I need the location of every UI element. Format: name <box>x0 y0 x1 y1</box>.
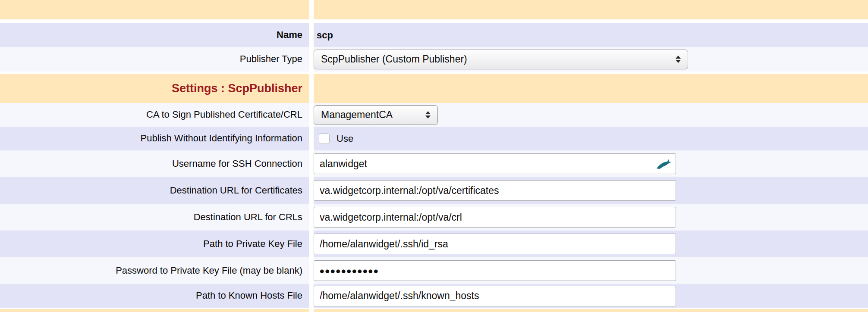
top-band-left <box>0 0 309 19</box>
ca-label: CA to Sign Published Certificate/CRL <box>146 109 302 120</box>
cert-url-row: Destination URL for Certificates <box>0 177 868 204</box>
key-path-row: Path to Private Key File <box>0 231 868 257</box>
dashlane-autofill-icon[interactable] <box>656 158 672 169</box>
column-divider <box>309 309 314 312</box>
column-divider <box>309 150 314 177</box>
ca-selected-value: ManagementCA <box>321 109 393 121</box>
column-divider <box>309 74 314 103</box>
crl-url-label: Destination URL for CRLs <box>194 212 302 223</box>
anonymize-label: Publish Without Identifying Information <box>141 133 302 144</box>
column-divider <box>309 204 314 231</box>
anonymize-checkbox[interactable] <box>319 133 330 144</box>
bottom-band-left <box>0 309 309 312</box>
top-band <box>0 0 868 19</box>
username-input[interactable] <box>314 153 676 174</box>
known-hosts-row: Path to Known Hosts File <box>0 284 868 308</box>
column-divider <box>309 0 314 19</box>
ca-select[interactable]: ManagementCA <box>314 105 438 125</box>
cert-url-input[interactable] <box>314 180 676 201</box>
publisher-type-row: Publisher Type ScpPublisher (Custom Publ… <box>0 47 868 72</box>
key-password-input[interactable] <box>314 260 676 281</box>
column-divider <box>309 23 314 47</box>
name-label: Name <box>277 29 302 41</box>
publisher-type-selected-value: ScpPublisher (Custom Publisher) <box>321 53 467 65</box>
ca-row: CA to Sign Published Certificate/CRL Man… <box>0 103 868 127</box>
crl-url-row: Destination URL for CRLs <box>0 204 868 231</box>
settings-header-band: Settings : ScpPublisher <box>0 74 868 103</box>
settings-header-right <box>314 74 868 103</box>
top-band-right <box>314 0 868 19</box>
key-path-label: Path to Private Key File <box>203 238 302 250</box>
up-down-arrows-icon <box>419 111 431 119</box>
column-divider <box>309 231 314 257</box>
known-hosts-label: Path to Known Hosts File <box>196 290 302 301</box>
column-divider <box>309 127 314 150</box>
column-divider <box>309 284 314 308</box>
anonymize-row: Publish Without Identifying Information … <box>0 127 868 150</box>
bottom-band-right <box>314 309 868 312</box>
cert-url-label: Destination URL for Certificates <box>170 185 302 196</box>
bottom-band <box>0 309 868 312</box>
key-password-label: Password to Private Key File (may be bla… <box>116 265 302 276</box>
settings-header-title: Settings : ScpPublisher <box>172 82 302 95</box>
column-divider <box>309 177 314 204</box>
username-row: Username for SSH Connection <box>0 150 868 177</box>
column-divider <box>309 103 314 127</box>
name-row: Name scp <box>0 23 868 47</box>
up-down-arrows-icon <box>670 56 681 63</box>
publisher-type-select[interactable]: ScpPublisher (Custom Publisher) <box>314 50 688 69</box>
row-spacer <box>0 19 868 23</box>
crl-url-input[interactable] <box>314 207 676 228</box>
publisher-type-label: Publisher Type <box>240 53 302 65</box>
column-divider <box>309 47 314 72</box>
key-password-row: Password to Private Key File (may be bla… <box>0 257 868 284</box>
name-value: scp <box>317 30 333 41</box>
edit-publisher-form: Name scp Publisher Type ScpPublisher (Cu… <box>0 0 868 312</box>
known-hosts-input[interactable] <box>314 286 676 306</box>
username-label: Username for SSH Connection <box>172 158 302 169</box>
anonymize-checkbox-label: Use <box>337 133 353 144</box>
column-divider <box>309 257 314 284</box>
key-path-input[interactable] <box>314 234 676 254</box>
